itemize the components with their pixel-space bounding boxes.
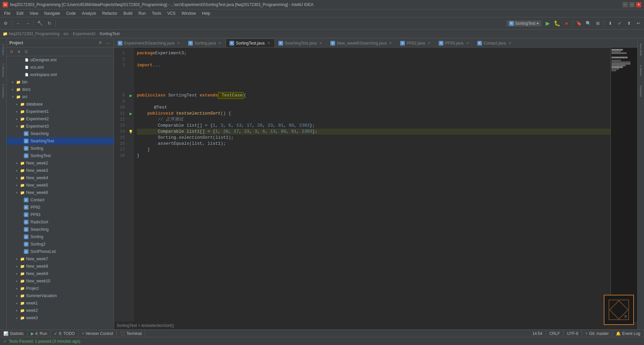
tree-item-database[interactable]: 📁 database xyxy=(7,100,114,108)
sidebar-icon-project[interactable]: 1: Project xyxy=(0,40,6,60)
tree-item-experiment3[interactable]: 📁 Experiment3 xyxy=(7,123,114,130)
tab-pp92[interactable]: C PP92.java ✕ xyxy=(396,39,435,47)
toolbar-build-btn[interactable]: 🔨 xyxy=(36,19,44,28)
status-run[interactable]: ▶ 4: Run xyxy=(28,330,51,337)
toolbar-vcs-push-btn[interactable]: ⬆ xyxy=(625,19,633,28)
tab-searching[interactable]: C Experiment3\Searching.java ✕ xyxy=(114,39,184,47)
status-event-log[interactable]: 🔔 Event Log xyxy=(612,330,644,337)
toolbar-vcs-commit-btn[interactable]: ✓ xyxy=(615,19,624,28)
sidebar-icon-build[interactable]: Auto Build xyxy=(638,40,644,60)
menu-vcs[interactable]: VCS xyxy=(165,10,178,16)
menu-build[interactable]: Build xyxy=(121,10,135,16)
tree-item-workspace[interactable]: 📄 workspace.xml xyxy=(7,71,114,78)
tab-pp93[interactable]: C PP93.java ✕ xyxy=(435,39,474,47)
menu-run[interactable]: Run xyxy=(136,10,149,16)
sidebar-icon-database[interactable]: Database xyxy=(638,81,644,101)
tab-close-searching[interactable]: ✕ xyxy=(176,41,181,46)
tab-close-sorting[interactable]: ✕ xyxy=(217,41,222,46)
status-encoding[interactable]: UTF-8 xyxy=(564,330,582,337)
toolbar-stop-btn[interactable]: ■ xyxy=(562,19,571,28)
tree-item-uidesigner[interactable]: 📄 uiDesigner.xml xyxy=(7,56,114,64)
tab-close-searhingtest[interactable]: ✕ xyxy=(318,41,323,46)
tree-item-summervacation[interactable]: 📁 SummerVacation xyxy=(7,292,114,299)
close-button[interactable]: ✕ xyxy=(636,2,641,7)
toolbar-undo-btn[interactable]: ↩ xyxy=(634,19,643,28)
sidebar-icon-maven[interactable]: m Maven xyxy=(638,60,644,80)
tab-close-contact[interactable]: ✕ xyxy=(507,41,512,46)
tree-item-searching-week6[interactable]: C Searching xyxy=(7,226,114,233)
menu-view[interactable]: View xyxy=(27,10,41,16)
tree-item-sorting-exp3[interactable]: C Sorting xyxy=(7,145,114,152)
run-configuration[interactable]: C SortingTest ▾ xyxy=(506,20,541,26)
menu-tools[interactable]: Tools xyxy=(149,10,164,16)
toolbar-search-btn[interactable]: 🔍 xyxy=(584,19,593,28)
tree-item-bin[interactable]: 📁 bin xyxy=(7,78,114,86)
debug-button[interactable]: 🐛 xyxy=(553,19,561,28)
sidebar-icon-favorites[interactable]: 2: Favorites xyxy=(0,81,6,101)
tree-item-pp92[interactable]: C PP92 xyxy=(7,204,114,211)
tree-item-sorting2[interactable]: C Sorting2 xyxy=(7,240,114,248)
tree-item-new-week5[interactable]: 📁 New_week5 xyxy=(7,182,114,189)
menu-refactor[interactable]: Refactor xyxy=(100,10,120,16)
tree-item-new-week7[interactable]: 📁 New_week7 xyxy=(7,255,114,263)
project-tree[interactable]: 📄 uiDesigner.xml 📄 vcs.xml 📄 workspace.x… xyxy=(7,56,114,330)
panel-gear-btn[interactable]: ⚙ xyxy=(97,40,104,46)
tree-item-sorting-week6[interactable]: C Sorting xyxy=(7,233,114,240)
tab-close-sortingtest[interactable]: ✕ xyxy=(266,41,271,46)
menu-navigate[interactable]: Navigate xyxy=(42,10,63,16)
tree-item-new-week2[interactable]: 📁 New_week2 xyxy=(7,159,114,167)
tree-item-new-week4[interactable]: 📁 New_week4 xyxy=(7,174,114,182)
tab-contact[interactable]: C Contact.java ✕ xyxy=(474,39,516,47)
toolbar-refresh-btn[interactable]: ↻ xyxy=(45,19,54,28)
tree-item-searhingtest[interactable]: C SearhingTest xyxy=(7,137,114,145)
window-controls[interactable]: ─ □ ✕ xyxy=(623,2,641,7)
tree-item-radixsort[interactable]: C RadixSort xyxy=(7,218,114,226)
panel-collapse-btn[interactable]: — xyxy=(104,40,111,46)
toolbar-back-btn[interactable]: ← xyxy=(14,19,22,28)
menu-help[interactable]: Help xyxy=(199,10,213,16)
panel-tb-locate[interactable]: ⊕ xyxy=(15,49,22,55)
toolbar-vcs-update-btn[interactable]: ⬇ xyxy=(606,19,614,28)
menu-code[interactable]: Code xyxy=(63,10,78,16)
tree-item-contact[interactable]: C Contact xyxy=(7,196,114,204)
tree-item-new-week10[interactable]: 📁 New_week10 xyxy=(7,277,114,285)
tab-sortingtest[interactable]: C SortingTest.java ✕ xyxy=(226,39,274,47)
toolbar-bookmark-btn[interactable]: 🔖 xyxy=(575,19,583,28)
tree-item-experiment1[interactable]: 📁 Experiment1 xyxy=(7,108,114,115)
toolbar-settings-btn[interactable]: ⚙ xyxy=(1,19,10,28)
tab-searhingtest[interactable]: C SearhingTest.java ✕ xyxy=(275,39,327,47)
tree-item-new-week6[interactable]: 📁 New_week6 xyxy=(7,189,114,196)
tab-close-pp92[interactable]: ✕ xyxy=(427,41,431,46)
tab-close-nw6s[interactable]: ✕ xyxy=(388,41,393,46)
status-line-endings[interactable]: CRLF xyxy=(546,330,564,337)
menu-window[interactable]: Window xyxy=(179,10,199,16)
menu-analyze[interactable]: Analyze xyxy=(79,10,99,16)
breadcrumb-experiment3[interactable]: Experiment3 xyxy=(73,31,95,36)
toolbar-structure-btn[interactable]: ⊞ xyxy=(593,19,602,28)
tree-item-week1[interactable]: 📁 week1 xyxy=(7,299,114,307)
sidebar-icon-structure[interactable]: 7: Structure xyxy=(0,60,6,80)
tab-close-pp93[interactable]: ✕ xyxy=(465,41,470,46)
menu-edit[interactable]: Edit xyxy=(14,10,26,16)
tree-item-docs[interactable]: 📁 docs xyxy=(7,86,114,93)
status-statistic[interactable]: 📊 Statistic xyxy=(0,330,28,337)
tree-item-week2[interactable]: 📁 week2 xyxy=(7,307,114,314)
minimize-button[interactable]: ─ xyxy=(623,2,628,7)
maximize-button[interactable]: □ xyxy=(629,2,635,7)
tab-sorting[interactable]: C Sorting.java ✕ xyxy=(184,39,226,47)
status-version-control[interactable]: ⑂ Version Control xyxy=(78,330,117,337)
tree-item-new-week9[interactable]: 📁 New_week9 xyxy=(7,270,114,277)
tree-item-sortingtest-exp3[interactable]: C SortingTest xyxy=(7,152,114,159)
menu-file[interactable]: File xyxy=(1,10,13,16)
breadcrumb-project[interactable]: 📁 fwq20172303_Programming xyxy=(3,31,59,36)
tree-item-vcs[interactable]: 📄 vcs.xml xyxy=(7,64,114,71)
breadcrumb-sortingtest[interactable]: SortingTest xyxy=(99,31,119,36)
breadcrumb-src[interactable]: src xyxy=(63,31,69,36)
status-todo[interactable]: ✓ 6: TODO xyxy=(51,330,78,337)
tree-item-project-folder[interactable]: 📁 Project xyxy=(7,285,114,292)
tree-item-new-week3[interactable]: 📁 New_week3 xyxy=(7,167,114,174)
tree-item-experiment2[interactable]: 📁 Experiment2 xyxy=(7,115,114,123)
tree-item-searching[interactable]: C Searching xyxy=(7,130,114,137)
panel-tb-collapse-all[interactable]: ⊟ xyxy=(8,49,15,55)
code-text[interactable]: package Experiment3; import ... public c… xyxy=(134,48,610,322)
